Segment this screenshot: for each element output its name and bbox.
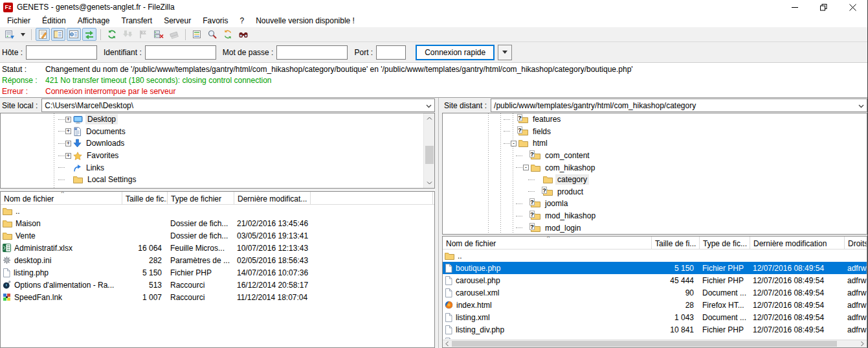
tree-item-com-hikashop[interactable]: -com_hikashop	[443, 161, 867, 174]
column-header-droits[interactable]: Droits	[845, 237, 867, 249]
toolbar-filter-button[interactable]	[190, 28, 204, 41]
scroll-right-icon[interactable]	[858, 340, 867, 347]
file-name-cell: Administratif.xlsx	[1, 244, 122, 253]
toolbar-synchronized-browsing-button[interactable]	[221, 28, 235, 41]
compare-icon	[207, 29, 217, 40]
file-row-carousel-php[interactable]: carousel.php45 444Fichier PHP12/07/2016 …	[443, 274, 867, 286]
tree-item-downloads[interactable]: +Downloads	[1, 137, 434, 150]
file-name-cell: index.html	[443, 301, 652, 310]
toolbar-process-queue-button[interactable]	[120, 28, 135, 41]
close-button[interactable]	[838, 0, 867, 14]
file-row-vente[interactable]: VenteDossier de fich...03/05/2016 19:13:…	[1, 229, 434, 242]
expand-toggle[interactable]: +	[65, 128, 71, 134]
file-row-carousel-xml[interactable]: carousel.xml90Document ...12/07/2016 08:…	[443, 286, 867, 299]
column-header-nom-de-fichier[interactable]: Nom de fichier^	[443, 237, 652, 249]
remote-path-combo[interactable]: /public/www/templates/gantry/html/com_hi…	[491, 99, 867, 112]
tree-connector	[528, 180, 535, 180]
file-row-maison[interactable]: MaisonDossier de fich...21/02/2016 13:45…	[1, 217, 434, 229]
menu-item-transfert[interactable]: Transfert	[116, 15, 159, 27]
scrollbar-thumb[interactable]	[452, 341, 837, 347]
file-date-cell: 02/05/2016 18:56:43	[234, 256, 311, 265]
file-row-up[interactable]: ..	[443, 249, 867, 262]
tree-item-favorites[interactable]: +Favorites	[1, 150, 434, 162]
toolbar-cancel-button[interactable]	[136, 28, 150, 41]
toolbar-local-tree-button[interactable]	[51, 28, 65, 41]
tree-item-mod-hikashop[interactable]: ?mod_hikashop	[443, 210, 867, 222]
menu-item-favoris[interactable]: Favoris	[197, 15, 234, 27]
file-row-listing-xml[interactable]: listing.xml1 043Document ...12/07/2016 0…	[443, 311, 867, 323]
host-input[interactable]	[26, 45, 97, 60]
column-header-derni-re-modification[interactable]: Dernière modification	[750, 237, 845, 249]
tree-item-documents[interactable]: +Documents	[1, 126, 434, 138]
menu-item-dition[interactable]: Édition	[36, 15, 72, 27]
tree-icon-wrap	[543, 176, 553, 183]
password-input[interactable]	[276, 45, 348, 60]
file-row-index-html[interactable]: index.html28Firefox HT...12/07/2016 08:4…	[443, 299, 867, 311]
tree-item-category[interactable]: category	[443, 174, 867, 186]
toolbar-remote-tree-button[interactable]	[67, 28, 81, 41]
expand-toggle[interactable]: +	[65, 141, 71, 146]
toolbar-find-button[interactable]	[236, 28, 250, 41]
file-row-administratif-xlsx[interactable]: Administratif.xlsx16 064Feuille Micros..…	[1, 242, 434, 254]
minimize-button[interactable]	[780, 0, 809, 14]
column-header-taille-de-fi[interactable]: Taille de fi...	[652, 237, 700, 249]
remote-horizontal-scrollbar[interactable]	[443, 340, 867, 347]
file-row-listing-div-php[interactable]: listing_div.php10 841Fichier PHP12/07/20…	[443, 323, 867, 336]
quickconnect-dropdown[interactable]	[498, 45, 512, 60]
toolbar-disconnect-button[interactable]	[151, 28, 166, 41]
file-row-boutique-php[interactable]: boutique.php5 150Fichier PHP12/07/2016 0…	[443, 262, 867, 274]
unknown-contents-badge: ?	[542, 187, 547, 194]
toolbar-refresh-button[interactable]	[105, 28, 119, 41]
expand-toggle[interactable]: -	[523, 165, 529, 170]
tree-item-joomla[interactable]: ?joomla	[443, 198, 867, 210]
chevron-down-icon[interactable]	[423, 101, 432, 110]
scroll-left-icon[interactable]	[443, 340, 451, 347]
file-row-desktop-ini[interactable]: desktop.ini282Paramètres de ...02/05/201…	[1, 254, 434, 266]
menu-item-serveur[interactable]: Serveur	[158, 15, 197, 27]
menu-item-nouvelle-version-disponible[interactable]: Nouvelle version disponible !	[250, 15, 361, 27]
tree-item-com-content[interactable]: ?com_content	[443, 150, 867, 162]
port-input[interactable]	[376, 45, 406, 60]
toolbar-site-manager-button[interactable]	[3, 28, 17, 41]
file-type-cell: Fichier PHP	[700, 325, 750, 334]
toolbar-site-manager-dropdown[interactable]	[18, 28, 27, 41]
chevron-down-icon[interactable]	[856, 101, 864, 110]
column-header-nom-de-fichier[interactable]: Nom de fichier^	[1, 192, 122, 204]
menu-item-up[interactable]: ?	[234, 15, 250, 27]
toolbar-transfer-queue-button[interactable]	[82, 28, 96, 41]
toolbar-message-log-button[interactable]	[36, 28, 50, 41]
column-header-taille-de-fic[interactable]: Taille de fic...	[122, 192, 168, 204]
page-icon	[445, 313, 452, 322]
page-icon	[445, 338, 452, 340]
column-header-derni-re-modificat[interactable]: Dernière modificat...	[234, 192, 311, 204]
toolbar-reconnect-button[interactable]	[167, 28, 181, 41]
tree-item-html[interactable]: -html	[443, 137, 867, 150]
local-path-combo[interactable]: C:\Users\Marcel\Desktop\	[41, 99, 435, 112]
tree-item-desktop[interactable]: +Desktop	[1, 113, 434, 126]
tree-item-product[interactable]: ?product	[443, 186, 867, 198]
column-header-type-de-fic[interactable]: Type de fic...	[700, 237, 750, 249]
file-row-up[interactable]: ..	[1, 205, 434, 217]
file-type-cell: Fichier PHP	[700, 276, 750, 285]
tree-item-fields[interactable]: ?fields	[443, 126, 867, 138]
expand-toggle[interactable]: +	[65, 117, 71, 122]
file-row-listing-php[interactable]: listing.php5 150Fichier PHP14/07/2016 10…	[1, 266, 434, 279]
toolbar-compare-button[interactable]	[205, 28, 219, 41]
quickconnect-button[interactable]: Connexion rapide	[416, 45, 495, 60]
tree-item-local-settings[interactable]: Local Settings	[1, 174, 434, 186]
menu-item-fichier[interactable]: Fichier	[1, 15, 36, 27]
tree-item-features[interactable]: ?features	[443, 113, 867, 126]
column-header-type-de-fichier[interactable]: Type de fichier	[168, 192, 234, 204]
restore-button[interactable]	[809, 0, 838, 14]
expand-toggle[interactable]: -	[511, 141, 517, 146]
tree-item-mod-login[interactable]: ?mod_login	[443, 222, 867, 234]
pane-splitter[interactable]	[435, 98, 442, 348]
menu-item-affichage[interactable]: Affichage	[72, 15, 116, 27]
expand-toggle[interactable]: +	[65, 153, 71, 159]
cancel-icon	[138, 29, 148, 40]
tree-item-links[interactable]: Links	[1, 161, 434, 174]
file-row-listing-img-php[interactable]: listing_img.php1 292Fichier PHP12/07/201…	[443, 336, 867, 339]
file-row-options-d-alimentation-ra[interactable]: Options d'alimentation - Ra...513Raccour…	[1, 279, 434, 291]
username-input[interactable]	[145, 45, 216, 60]
file-row-speedfan-lnk[interactable]: SpeedFan.lnk1 007Raccourci11/12/2014 18:…	[1, 291, 434, 303]
